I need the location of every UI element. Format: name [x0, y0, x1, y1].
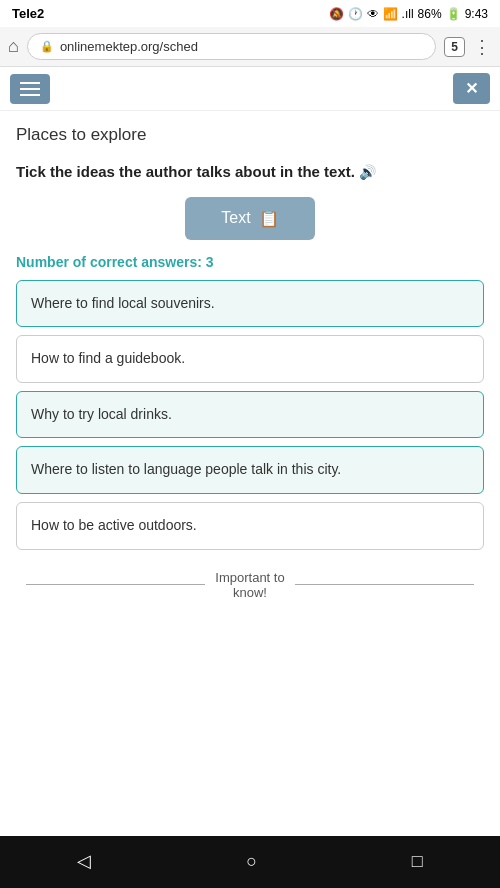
option-3[interactable]: Why to try local drinks. [16, 391, 484, 439]
toolbar: ✕ [0, 67, 500, 111]
battery-icon: 🔋 [446, 7, 461, 21]
page-title: Places to explore [16, 125, 484, 145]
signal-icon: .ıll [402, 7, 414, 21]
speaker-icon[interactable]: 🔊 [359, 164, 376, 180]
wifi-icon: 📶 [383, 7, 398, 21]
footer-section: Important toknow! [16, 570, 484, 600]
recent-button[interactable]: □ [392, 847, 443, 876]
option-1[interactable]: Where to find local souvenirs. [16, 280, 484, 328]
hamburger-button[interactable] [10, 74, 50, 104]
option-2[interactable]: How to find a guidebook. [16, 335, 484, 383]
eye-icon: 👁 [367, 7, 379, 21]
footer-text: Important toknow! [215, 570, 284, 600]
carrier-label: Tele2 [12, 6, 44, 21]
footer-line-left [26, 584, 205, 585]
browser-bar: ⌂ 🔒 onlinemektep.org/sched 5 ⋮ [0, 27, 500, 67]
url-text: onlinemektep.org/sched [60, 39, 198, 54]
option-5[interactable]: How to be active outdoors. [16, 502, 484, 550]
url-bar[interactable]: 🔒 onlinemektep.org/sched [27, 33, 436, 60]
options-list: Where to find local souvenirs. How to fi… [16, 280, 484, 550]
correct-answers-label: Number of correct answers: 3 [16, 254, 484, 270]
option-4[interactable]: Where to listen to language people talk … [16, 446, 484, 494]
lock-icon: 🔒 [40, 40, 54, 53]
home-button[interactable]: ○ [226, 847, 277, 876]
question-text: Tick the ideas the author talks about in… [16, 161, 484, 183]
hamburger-line-1 [20, 82, 40, 84]
browser-menu-icon[interactable]: ⋮ [473, 36, 492, 58]
tab-count-badge[interactable]: 5 [444, 37, 465, 57]
text-button[interactable]: Text 📋 [185, 197, 314, 240]
hamburger-line-2 [20, 88, 40, 90]
home-icon[interactable]: ⌂ [8, 36, 19, 57]
battery-label: 86% [418, 7, 442, 21]
hamburger-line-3 [20, 94, 40, 96]
book-icon: 📋 [259, 209, 279, 228]
main-content: Places to explore Tick the ideas the aut… [0, 111, 500, 614]
footer-line-right [295, 584, 474, 585]
mute-icon: 🔕 [329, 7, 344, 21]
bottom-navigation: ◁ ○ □ [0, 836, 500, 888]
time-label: 9:43 [465, 7, 488, 21]
text-button-label: Text [221, 209, 250, 227]
text-button-wrapper: Text 📋 [16, 197, 484, 240]
clock-icon: 🕐 [348, 7, 363, 21]
back-button[interactable]: ◁ [57, 846, 111, 876]
status-bar: Tele2 🔕 🕐 👁 📶 .ıll 86% 🔋 9:43 [0, 0, 500, 27]
status-icons: 🔕 🕐 👁 📶 .ıll 86% 🔋 9:43 [329, 7, 488, 21]
close-button[interactable]: ✕ [453, 73, 490, 104]
